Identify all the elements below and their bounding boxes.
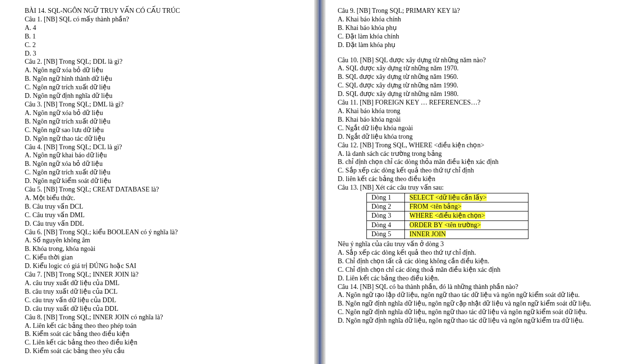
cell-row-label: Dòng 1	[366, 193, 404, 202]
q4-option-a: A. Ngôn ngữ khai báo dữ liệu	[25, 151, 303, 160]
page-right: Câu 9. [NB] Trong SQL; PRIMARY KEY là? A…	[326, 0, 624, 364]
question-3: Câu 3. [NB] Trong SQL; DML là gì?	[25, 100, 303, 109]
q2-option-c: C. Ngôn ngữ trích xuất dữ liệu	[25, 83, 303, 92]
q3-option-d: D. Ngôn ngữ thao tác dữ liệu	[25, 134, 303, 143]
q12-option-a: A. là danh sách các trường trong bảng	[338, 150, 616, 158]
q2-option-b: B. Ngôn ngữ hình thành dữ liệu	[25, 75, 303, 83]
table-row: Dòng 5 INNER JOIN	[366, 230, 528, 239]
cell-row-label: Dòng 3	[366, 211, 404, 220]
q5-option-d: D. Câu truy vấn DDL	[25, 220, 303, 228]
page-left: BÀI 14. SQL-NGÔN NGỮ TRUY VẤN CÓ CẤU TRÚ…	[0, 0, 314, 364]
q11-option-a: A. Khai báo khóa trong	[338, 107, 616, 115]
question-1: Câu 1. [NB] SQL có mấy thành phần?	[25, 15, 303, 24]
cell-sql: WHERE <điều kiện chọn>	[404, 211, 528, 220]
cell-row-label: Dòng 4	[366, 220, 404, 230]
q6-option-b: B. Khóa trong, khóa ngoài	[25, 245, 303, 253]
question-9: Câu 9. [NB] Trong SQL; PRIMARY KEY là?	[338, 7, 616, 15]
question-12: Câu 12. [NB] Trong SQL, WHERE <điều kiện…	[338, 141, 616, 150]
question-13: Câu 13. [NB] Xét các câu truy vấn sau:	[338, 183, 616, 192]
q7-option-b: B. câu truy xuất dữ liệu của DCL	[25, 287, 303, 296]
question-14: Câu 14. [NB] SQL có ba thành phần, đó là…	[338, 283, 616, 291]
q13-option-d: D. Liên kết các bảng theo điều kiện.	[338, 274, 616, 283]
table-row: Dòng 3 WHERE <điều kiện chọn>	[366, 211, 528, 220]
q11-option-c: C. Ngắt dữ liệu khóa ngoài	[338, 124, 616, 133]
cell-sql: SELECT <dữ liệu cần lấy>	[404, 193, 528, 202]
q11-option-b: B. Khai báo khóa ngoài	[338, 115, 616, 124]
q8-option-b: B. Kiểm soát các bảng theo điều kiện	[25, 330, 303, 338]
q14-option-b: B. Ngôn ngữ định nghĩa dữ liệu, ngôn ngữ…	[338, 299, 616, 308]
question-6: Câu 6. [NB] Trong SQL; kiểu BOOLEAN có ý…	[25, 228, 303, 237]
highlighted-text: ORDER BY <tên trường>	[410, 221, 481, 229]
table-row: Dòng 2 FROM <tên bảng>	[366, 202, 528, 211]
q3-option-b: B. Ngôn ngữ trích xuất dữ liệu	[25, 117, 303, 126]
q6-option-d: D. Kiểu logic có giá trị ĐÚNG hoặc SAI	[25, 262, 303, 270]
cell-sql: INNER JOIN	[404, 230, 528, 239]
q1-option-b: B. 1	[25, 32, 303, 41]
highlighted-text: WHERE <điều kiện chọn>	[410, 212, 485, 219]
question-8: Câu 8. [NB] Trong SQL; INNER JOIN có ngh…	[25, 313, 303, 322]
q2-option-a: A. Ngôn ngữ xóa bỏ dữ liệu	[25, 66, 303, 75]
blank-line	[338, 49, 616, 56]
sql-query-table: Dòng 1 SELECT <dữ liệu cần lấy> Dòng 2 F…	[366, 193, 528, 239]
table-row: Dòng 4 ORDER BY <tên trường>	[366, 220, 528, 230]
q14-option-d: D. Ngôn ngữ định nghĩa dữ liệu, ngôn ngữ…	[338, 316, 616, 325]
q10-option-b: B. SQL được xây dựng từ những năm 1960.	[338, 73, 616, 81]
q8-option-a: A. Liên kết các bảng theo theo phép toán	[25, 322, 303, 330]
q5-option-b: B. Câu truy vấn DCL	[25, 202, 303, 211]
question-11: Câu 11. [NB] FOREIGN KEY … REFERENCES…?	[338, 98, 616, 107]
q5-option-c: C. Câu truy vấn DML	[25, 211, 303, 220]
q13-option-b: B. Chỉ định chọn tất cả các dòng không c…	[338, 257, 616, 266]
cell-row-label: Dòng 2	[366, 202, 404, 211]
question-10: Câu 10. [NB] SQL được xây dựng từ những …	[338, 56, 616, 65]
cell-sql: ORDER BY <tên trường>	[404, 220, 528, 230]
q1-option-d: D. 3	[25, 49, 303, 58]
highlighted-text: INNER JOIN	[410, 230, 446, 238]
highlighted-text: SELECT <dữ liệu cần lấy>	[410, 194, 487, 201]
q9-option-a: A. Khai báo khóa chính	[338, 15, 616, 24]
q12-option-d: D. liên kết các bảng theo điều kiện	[338, 175, 616, 183]
q7-option-a: A. câu truy xuất dữ liệu của DML	[25, 279, 303, 287]
q12-option-c: C. Sắp xếp các dòng kết quả theo thứ tự …	[338, 166, 616, 175]
q13-option-c: C. Chỉ định chọn chỉ các dòng thoả mãn đ…	[338, 266, 616, 274]
q4-option-c: C. Ngôn ngữ trích xuất dữ liệu	[25, 168, 303, 177]
q9-option-b: B. Khai báo khóa phụ	[338, 24, 616, 32]
q8-option-d: D. Kiểm soát các bảng theo yêu cầu	[25, 347, 303, 355]
q14-option-a: A. Ngôn ngữ tạo lập dữ liệu, ngôn ngữ th…	[338, 291, 616, 299]
question-7: Câu 7. [NB] Trong SQL; INNER JOIN là?	[25, 270, 303, 279]
q6-option-c: C. Kiểu thời gian	[25, 253, 303, 262]
q3-option-a: A. Ngôn ngữ xóa bỏ dữ liệu	[25, 109, 303, 117]
question-13-prompt: Nêu ý nghĩa của câu truy vấn ở dòng 3	[338, 240, 616, 249]
q9-option-c: C. Đặt làm khóa chính	[338, 32, 616, 41]
q13-option-a: A. Sắp xếp các dòng kết quả theo thứ tự …	[338, 249, 616, 257]
q4-option-d: D. Ngôn ngữ kiểm soát dữ liệu	[25, 177, 303, 185]
highlighted-text: FROM <tên bảng>	[410, 203, 462, 210]
cell-sql: FROM <tên bảng>	[404, 202, 528, 211]
cell-row-label: Dòng 5	[366, 230, 404, 239]
q5-option-a: A. Một biểu thức.	[25, 194, 303, 202]
q2-option-d: D. Ngôn ngữ định nghĩa dữ liệu	[25, 92, 303, 100]
table-row: Dòng 1 SELECT <dữ liệu cần lấy>	[366, 193, 528, 202]
q14-option-c: C. Ngôn ngữ định nghĩa dữ liệu, ngôn ngữ…	[338, 308, 616, 316]
page-divider	[314, 0, 326, 364]
q4-option-b: B. Ngôn ngữ xóa bỏ dữ liệu	[25, 160, 303, 168]
question-4: Câu 4. [NB] Trong SQL; DCL là gì?	[25, 143, 303, 152]
question-5: Câu 5. [NB] Trong SQL; CREAT DATABASE là…	[25, 185, 303, 194]
document-spread: BÀI 14. SQL-NGÔN NGỮ TRUY VẤN CÓ CẤU TRÚ…	[0, 0, 624, 364]
q11-option-d: D. Ngắt dữ liệu khóa trong	[338, 133, 616, 141]
q3-option-c: C. Ngôn ngữ sao lưu dữ liệu	[25, 126, 303, 134]
q10-option-c: C. SQL được xây dựng từ những năm 1990.	[338, 81, 616, 90]
q8-option-c: C. Liên kết các bảng theo theo điều kiện	[25, 338, 303, 347]
q6-option-a: A. Số nguyên không âm	[25, 236, 303, 245]
q9-option-d: D. Đặt làm khóa phụ	[338, 41, 616, 49]
question-2: Câu 2. [NB] Trong SQL; DDL là gì?	[25, 57, 303, 66]
q10-option-a: A. SQL được xây dựng từ những năm 1970.	[338, 64, 616, 73]
lesson-title: BÀI 14. SQL-NGÔN NGỮ TRUY VẤN CÓ CẤU TRÚ…	[25, 7, 303, 15]
q7-option-c: C. câu truy vấn dữ liệu của DDL	[25, 296, 303, 305]
q10-option-d: D. SQL được xây dựng từ những năm 1980.	[338, 90, 616, 98]
q1-option-c: C. 2	[25, 41, 303, 49]
q12-option-b: B. chỉ định chọn chỉ các dòng thỏa mãn đ…	[338, 158, 616, 166]
q1-option-a: A. 4	[25, 24, 303, 32]
q7-option-d: D. câu truy xuất dữ liệu của DDL	[25, 305, 303, 313]
